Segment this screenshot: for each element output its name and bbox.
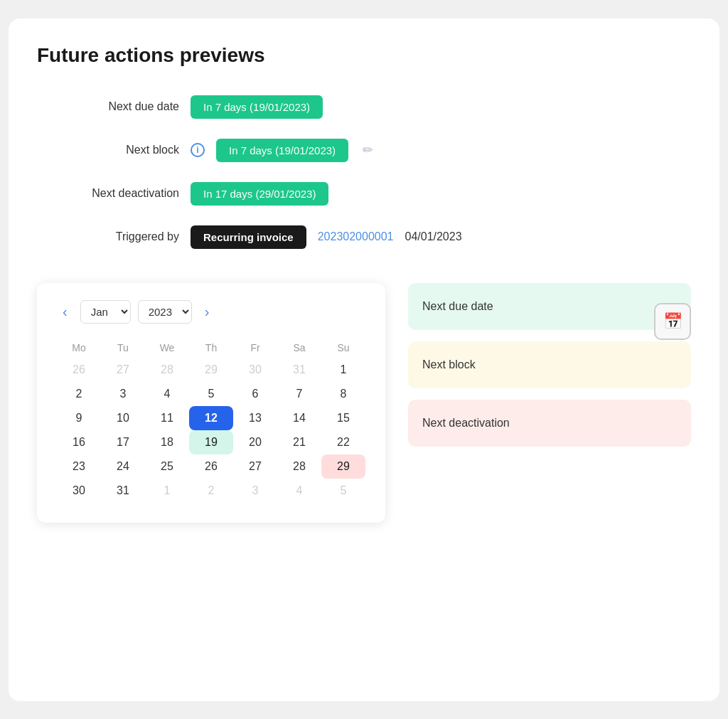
calendar-day[interactable]: 29 (321, 454, 365, 479)
calendar-day[interactable]: 31 (101, 479, 145, 503)
calendar-day[interactable]: 15 (321, 406, 365, 430)
col-th: Th (189, 338, 233, 358)
edit-icon[interactable]: ✏ (363, 142, 373, 158)
next-block-label: Next block (37, 144, 179, 156)
calendar-day[interactable]: 6 (233, 382, 277, 406)
calendar-day[interactable]: 1 (145, 479, 189, 503)
calendar-day[interactable]: 27 (233, 454, 277, 479)
calendar-day[interactable]: 11 (145, 406, 189, 430)
next-due-date-row: Next due date In 7 days (19/01/2023) (37, 95, 691, 119)
calendar-day[interactable]: 28 (145, 358, 189, 382)
calendar-day[interactable]: 30 (233, 358, 277, 382)
next-deactivation-label: Next deactivation (37, 187, 179, 200)
calendar-day[interactable]: 12 (189, 406, 233, 430)
col-tu: Tu (101, 338, 145, 358)
calendar-day[interactable]: 2 (57, 382, 101, 406)
legend-panels: Next due date Next block Next deactivati… (408, 283, 691, 523)
col-su: Su (321, 338, 365, 358)
calendar-day[interactable]: 18 (145, 430, 189, 454)
info-rows: Next due date In 7 days (19/01/2023) Nex… (37, 95, 691, 249)
legend-next-deactivation: Next deactivation (408, 400, 691, 447)
calendar-day[interactable]: 30 (57, 479, 101, 503)
calendar-day[interactable]: 17 (101, 430, 145, 454)
calendar-day[interactable]: 3 (101, 382, 145, 406)
legend-next-block: Next block (408, 341, 691, 388)
calendar-icon: 📅 (663, 312, 682, 331)
triggered-by-label: Triggered by (37, 230, 179, 243)
info-circle-icon[interactable]: i (191, 143, 205, 157)
page-title: Future actions previews (37, 44, 691, 67)
calendar-day[interactable]: 8 (321, 382, 365, 406)
calendar-day[interactable]: 4 (277, 479, 321, 503)
calendar-day[interactable]: 24 (101, 454, 145, 479)
calendar-day[interactable]: 4 (145, 382, 189, 406)
calendar-day[interactable]: 22 (321, 430, 365, 454)
calendar-day[interactable]: 9 (57, 406, 101, 430)
calendar-day[interactable]: 27 (101, 358, 145, 382)
month-select[interactable]: JanFebMarApr MayJunJulAug SepOctNovDec (80, 300, 131, 324)
col-sa: Sa (277, 338, 321, 358)
calendar-day[interactable]: 20 (233, 430, 277, 454)
next-block-badge: In 7 days (19/01/2023) (216, 139, 348, 162)
legend-next-due-date: Next due date (408, 283, 691, 330)
calendar-day[interactable]: 5 (189, 382, 233, 406)
calendar-day[interactable]: 26 (189, 454, 233, 479)
calendar-day[interactable]: 23 (57, 454, 101, 479)
bottom-section: ‹ JanFebMarApr MayJunJulAug SepOctNovDec… (37, 283, 691, 523)
calendar-day[interactable]: 21 (277, 430, 321, 454)
calendar-day[interactable]: 26 (57, 358, 101, 382)
col-mo: Mo (57, 338, 101, 358)
invoice-link[interactable]: 202302000001 (318, 230, 394, 243)
triggered-by-date: 04/01/2023 (405, 230, 461, 243)
calendar-day[interactable]: 7 (277, 382, 321, 406)
next-due-date-badge: In 7 days (19/01/2023) (191, 95, 323, 119)
col-fr: Fr (233, 338, 277, 358)
calendar-day[interactable]: 28 (277, 454, 321, 479)
triggered-by-row: Triggered by Recurring invoice 202302000… (37, 225, 691, 249)
calendar-day[interactable]: 14 (277, 406, 321, 430)
col-we: We (145, 338, 189, 358)
calendar-day[interactable]: 31 (277, 358, 321, 382)
calendar-header: ‹ JanFebMarApr MayJunJulAug SepOctNovDec… (57, 300, 365, 324)
next-due-date-label: Next due date (37, 100, 179, 113)
calendar-day[interactable]: 29 (189, 358, 233, 382)
next-deactivation-badge: In 17 days (29/01/2023) (191, 182, 328, 206)
calendar-day[interactable]: 13 (233, 406, 277, 430)
calendar-day[interactable]: 25 (145, 454, 189, 479)
prev-month-button[interactable]: ‹ (57, 301, 73, 323)
main-card: Future actions previews Next due date In… (9, 18, 719, 701)
calendar-day[interactable]: 5 (321, 479, 365, 503)
calendar-day[interactable]: 2 (189, 479, 233, 503)
calendar-grid: Mo Tu We Th Fr Sa Su 2627282930311234567… (57, 338, 365, 503)
calendar-day[interactable]: 16 (57, 430, 101, 454)
calendar-toggle-button[interactable]: 📅 (654, 303, 691, 340)
calendar-day[interactable]: 19 (189, 430, 233, 454)
next-block-row: Next block i In 7 days (19/01/2023) ✏ (37, 139, 691, 162)
calendar-day[interactable]: 3 (233, 479, 277, 503)
calendar-day[interactable]: 1 (321, 358, 365, 382)
calendar-panel: ‹ JanFebMarApr MayJunJulAug SepOctNovDec… (37, 283, 385, 523)
next-deactivation-row: Next deactivation In 17 days (29/01/2023… (37, 182, 691, 206)
calendar-day[interactable]: 10 (101, 406, 145, 430)
next-month-button[interactable]: › (199, 301, 215, 323)
recurring-invoice-badge: Recurring invoice (191, 225, 306, 249)
year-select[interactable]: 202220232024 (138, 300, 192, 324)
